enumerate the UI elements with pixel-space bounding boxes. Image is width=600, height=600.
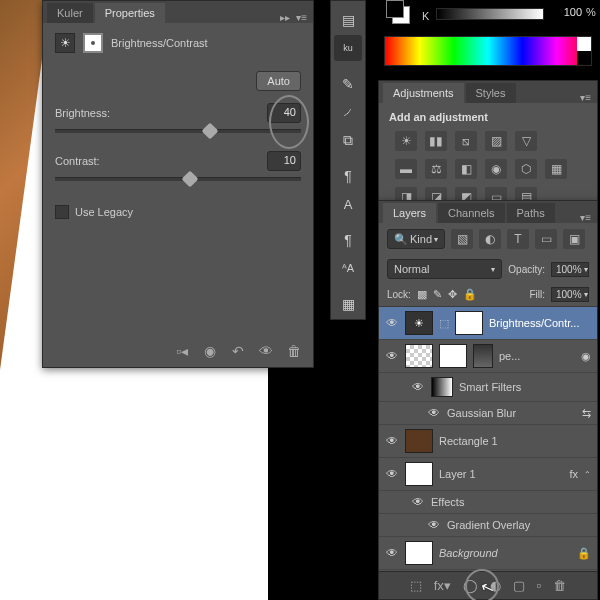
filter-name[interactable]: Gaussian Blur <box>447 407 576 419</box>
tab-properties[interactable]: Properties <box>95 3 165 23</box>
visibility-toggle[interactable]: 👁 <box>385 434 399 448</box>
delete-icon[interactable]: 🗑 <box>285 343 303 359</box>
lock-transparent-icon[interactable]: ▩ <box>417 288 427 301</box>
visibility-toggle[interactable]: 👁 <box>385 349 399 363</box>
layer-rectangle[interactable]: 👁 Rectangle 1 <box>379 425 597 458</box>
collapse-icon[interactable]: ▸▸ <box>280 12 290 23</box>
fill-value[interactable]: 100%▾ <box>551 287 589 302</box>
tab-styles[interactable]: Styles <box>466 83 516 103</box>
contrast-value[interactable]: 10 <box>267 151 301 171</box>
adj-curves-icon[interactable]: ⧅ <box>455 131 477 151</box>
view-previous-icon[interactable]: ◉ <box>201 343 219 359</box>
lock-all-icon[interactable]: 🔒 <box>463 288 477 301</box>
k-slider[interactable] <box>436 8 544 20</box>
legacy-checkbox[interactable] <box>55 205 69 219</box>
dock-character-icon[interactable]: A <box>334 191 362 217</box>
fx-badge[interactable]: fx <box>569 468 578 480</box>
adj-balance-icon[interactable]: ⚖ <box>425 159 447 179</box>
color-spectrum[interactable] <box>384 36 592 66</box>
clip-icon[interactable]: ▫◂ <box>173 343 191 359</box>
dock-clone-icon[interactable]: ⧉ <box>334 127 362 153</box>
brightness-slider[interactable] <box>55 129 301 133</box>
layer-1[interactable]: 👁 Layer 1 fx ⌃ <box>379 458 597 491</box>
layer-brightness-contrast[interactable]: 👁 ☀ ⬚ Brightness/Contr... <box>379 307 597 340</box>
filter-kind-dropdown[interactable]: 🔍Kind▾ <box>387 229 445 249</box>
blend-mode-dropdown[interactable]: Normal▾ <box>387 259 502 279</box>
opacity-value[interactable]: 100%▾ <box>551 262 589 277</box>
adj-bw-icon[interactable]: ◧ <box>455 159 477 179</box>
brightness-thumb[interactable] <box>201 123 218 140</box>
fg-bg-swatch[interactable] <box>386 0 410 30</box>
new-group-icon[interactable]: ▢ <box>513 578 525 593</box>
panel-menu-icon[interactable]: ▾≡ <box>580 212 591 223</box>
layer-name[interactable]: Rectangle 1 <box>439 435 591 447</box>
adj-color-lookup-icon[interactable]: ▦ <box>545 159 567 179</box>
adj-levels-icon[interactable]: ▮▮ <box>425 131 447 151</box>
reset-icon[interactable]: ↶ <box>229 343 247 359</box>
dock-brush-icon[interactable]: ✎ <box>334 71 362 97</box>
tab-adjustments[interactable]: Adjustments <box>383 83 464 103</box>
effects-row[interactable]: 👁 Effects <box>379 491 597 514</box>
layer-name[interactable]: Brightness/Contr... <box>489 317 591 329</box>
delete-layer-icon[interactable]: 🗑 <box>553 578 566 593</box>
visibility-toggle[interactable]: 👁 <box>411 380 425 394</box>
contrast-thumb[interactable] <box>182 171 199 188</box>
layer-style-icon[interactable]: fx▾ <box>434 578 451 593</box>
mask-icon[interactable] <box>83 33 103 53</box>
visibility-icon[interactable]: 👁 <box>257 343 275 359</box>
adj-hue-icon[interactable]: ▬ <box>395 159 417 179</box>
brightness-value[interactable]: 40 <box>267 103 301 123</box>
gaussian-blur-row[interactable]: 👁 Gaussian Blur ⇆ <box>379 402 597 425</box>
dock-paragraph-styles-icon[interactable]: ¶ <box>334 227 362 253</box>
fg-color[interactable] <box>386 0 404 18</box>
filter-pixel-icon[interactable]: ▧ <box>451 229 473 249</box>
smart-filters-row[interactable]: 👁 Smart Filters <box>379 373 597 402</box>
lock-pixels-icon[interactable]: ✎ <box>433 288 442 301</box>
adj-exposure-icon[interactable]: ▨ <box>485 131 507 151</box>
filter-mask-thumb[interactable] <box>431 377 453 397</box>
dock-brush-presets-icon[interactable]: ⟋ <box>334 99 362 125</box>
tab-layers[interactable]: Layers <box>383 203 436 223</box>
layer-name[interactable]: Layer 1 <box>439 468 563 480</box>
visibility-toggle[interactable]: 👁 <box>411 495 425 509</box>
dock-histogram-icon[interactable]: ▤ <box>334 7 362 33</box>
filter-shape-icon[interactable]: ▭ <box>535 229 557 249</box>
filter-adjustment-icon[interactable]: ◐ <box>479 229 501 249</box>
mask-thumb[interactable] <box>439 344 467 368</box>
dock-paragraph-icon[interactable]: ¶ <box>334 163 362 189</box>
visibility-toggle[interactable]: 👁 <box>427 406 441 420</box>
adj-vibrance-icon[interactable]: ▽ <box>515 131 537 151</box>
dock-tool-presets-icon[interactable]: ▦ <box>334 291 362 317</box>
adj-photo-filter-icon[interactable]: ◉ <box>485 159 507 179</box>
layer-name[interactable]: Background <box>439 547 571 559</box>
filter-type-icon[interactable]: T <box>507 229 529 249</box>
tab-channels[interactable]: Channels <box>438 203 504 223</box>
layer-mask-icon[interactable]: ◯ <box>463 578 478 593</box>
visibility-toggle[interactable]: 👁 <box>427 518 441 532</box>
dock-character-styles-icon[interactable]: ᴬA <box>334 255 362 281</box>
layer-name[interactable]: pe... <box>499 350 575 362</box>
mask-thumb[interactable] <box>455 311 483 335</box>
k-value[interactable]: 100 <box>552 6 582 18</box>
expand-icon[interactable]: ⌃ <box>584 470 591 479</box>
adj-channel-mixer-icon[interactable]: ⬡ <box>515 159 537 179</box>
contrast-slider[interactable] <box>55 177 301 181</box>
layer-smart-object[interactable]: 👁 pe... ◉ <box>379 340 597 373</box>
new-layer-icon[interactable]: ▫ <box>537 578 542 593</box>
panel-menu-icon[interactable]: ▾≡ <box>296 12 307 23</box>
layer-background[interactable]: 👁 Background 🔒 <box>379 537 597 570</box>
effect-name[interactable]: Gradient Overlay <box>447 519 591 531</box>
new-adjustment-icon[interactable]: ◐ <box>490 578 501 593</box>
visibility-toggle[interactable]: 👁 <box>385 316 399 330</box>
lock-position-icon[interactable]: ✥ <box>448 288 457 301</box>
filter-mask-thumb[interactable] <box>473 344 493 368</box>
auto-button[interactable]: Auto <box>256 71 301 91</box>
gradient-overlay-row[interactable]: 👁 Gradient Overlay <box>379 514 597 537</box>
adj-brightness-icon[interactable]: ☀ <box>395 131 417 151</box>
link-layers-icon[interactable]: ⬚ <box>410 578 422 593</box>
dock-kuler-icon[interactable]: ku <box>334 35 362 61</box>
tab-kuler[interactable]: Kuler <box>47 3 93 23</box>
filter-smart-icon[interactable]: ▣ <box>563 229 585 249</box>
visibility-toggle[interactable]: 👁 <box>385 546 399 560</box>
visibility-toggle[interactable]: 👁 <box>385 467 399 481</box>
